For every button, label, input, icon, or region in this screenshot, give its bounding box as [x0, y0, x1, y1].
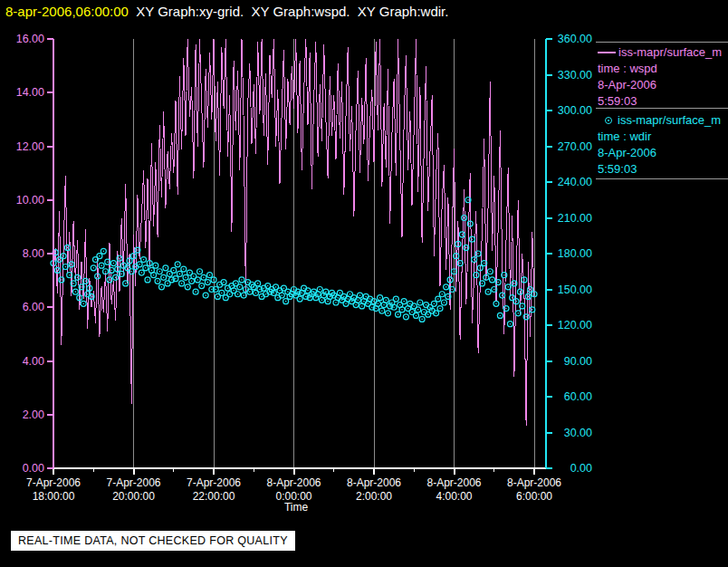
wdir-point-dot	[469, 223, 471, 225]
wdir-point-dot	[523, 279, 525, 281]
wdir-point-dot	[353, 297, 355, 299]
wdir-point-dot	[259, 289, 261, 291]
wdir-point-dot	[309, 297, 311, 299]
wdir-point-dot	[305, 296, 307, 298]
wdir-point-dot	[383, 304, 385, 306]
wdir-point-dot	[255, 293, 257, 294]
wdir-point-dot	[323, 294, 325, 296]
legend-entry-wspd-name[interactable]: iss-mapr/surface_m	[598, 45, 728, 59]
wdir-point-dot	[462, 234, 464, 235]
wdir-point-dot	[187, 286, 188, 288]
wdir-point-dot	[257, 283, 259, 284]
wdir-point-dot	[281, 294, 283, 296]
wdir-point-dot	[399, 304, 401, 306]
wdir-point-dot	[72, 283, 74, 284]
right-axis-tick-label: 0.00	[570, 462, 592, 475]
legend-entry-wspd-date: 8-Apr-2006	[598, 78, 728, 91]
wdir-point-dot	[139, 264, 140, 265]
wdir-point-dot	[507, 286, 509, 288]
wdir-point-dot	[135, 266, 137, 268]
wdir-point-dot	[57, 270, 59, 272]
x-tick-time-label: 20:00:00	[112, 490, 155, 503]
legend-entry-wdir-name[interactable]: iss-mapr/surface_m	[598, 113, 728, 127]
wdir-point-dot	[454, 271, 455, 273]
wdir-point-dot	[361, 305, 363, 307]
wdir-point-dot	[474, 259, 475, 261]
wdir-point-dot	[467, 199, 469, 201]
wdir-point-dot	[347, 298, 349, 300]
legend-panel: iss-mapr/surface_m time : wspd 8-Apr-200…	[596, 36, 728, 183]
left-axis-tick-label: 10.00	[16, 194, 44, 207]
wdir-point-dot	[75, 291, 77, 293]
legend-entry-wdir-clock: 5:59:03	[598, 162, 728, 176]
wdir-point-dot	[263, 287, 265, 289]
right-axis-tick-label: 240.00	[558, 176, 592, 188]
wdir-point-dot	[62, 255, 64, 257]
wdir-point-dot	[512, 297, 513, 299]
wdir-point-dot	[485, 277, 487, 279]
wdir-point-dot	[253, 286, 254, 288]
wdir-point-dot	[451, 289, 453, 291]
wdir-point-dot	[500, 315, 502, 317]
wdir-point-dot	[495, 303, 497, 305]
wdir-point-dot	[87, 293, 89, 295]
wdir-point-dot	[434, 303, 436, 305]
wdir-point-dot	[513, 283, 515, 284]
wdir-point-dot	[137, 249, 139, 251]
wdir-point-dot	[373, 301, 375, 303]
wdir-point-dot	[197, 279, 199, 281]
x-tick-date-label: 8-Apr-2006	[426, 476, 481, 489]
legend-entry-wspd-clock: 5:59:03	[598, 94, 728, 108]
wdir-point-dot	[417, 309, 419, 311]
wdir-point-dot	[479, 267, 481, 269]
left-axis-tick-label: 6.00	[23, 301, 44, 313]
wdir-point-dot	[340, 293, 341, 294]
wdir-point-dot	[528, 296, 530, 298]
wdir-point-dot	[299, 298, 301, 300]
wdir-point-dot	[315, 297, 317, 299]
x-tick-time-label: 22:00:00	[193, 490, 235, 503]
x-axis-title: Time	[284, 501, 309, 514]
right-axis-tick-label: 120.00	[558, 319, 592, 332]
wdir-point-dot	[505, 308, 507, 310]
wdir-point-dot	[472, 238, 474, 240]
wdir-point-dot	[363, 301, 365, 303]
wdir-point-dot	[295, 294, 297, 296]
x-tick-date-label: 8-Apr-2006	[507, 476, 561, 489]
wdir-point-dot	[411, 312, 413, 313]
wdir-point-dot	[403, 301, 405, 303]
right-axis-tick-label: 300.00	[558, 104, 592, 117]
wdir-point-dot	[358, 300, 359, 302]
wdir-point-dot	[291, 293, 292, 295]
wdir-point-dot	[107, 261, 109, 263]
wdir-point-dot	[369, 298, 371, 300]
x-tick-date-label: 7-Apr-2006	[26, 476, 81, 489]
left-axis-tick-label: 2.00	[23, 408, 44, 421]
wdir-point-dot	[437, 298, 439, 300]
right-axis-tick-label: 210.00	[558, 212, 592, 225]
wdir-point-dot	[141, 272, 143, 274]
wdir-point-dot	[120, 274, 122, 275]
wdir-point-dot	[391, 302, 393, 303]
wdir-point-dot	[167, 283, 168, 284]
wdir-point-dot	[457, 244, 459, 245]
wdir-point-dot	[375, 308, 377, 310]
wdir-point-dot	[285, 301, 287, 303]
wdir-point-dot	[335, 302, 337, 303]
circle-marker-icon	[605, 117, 612, 124]
wdir-point-dot	[493, 289, 495, 291]
wdir-point-dot	[92, 267, 94, 269]
wdir-point-dot	[532, 309, 533, 311]
xy-graph-window: 8-apr-2006,06:00:00 XY Graph:xy-grid. XY…	[0, 0, 728, 567]
wdir-point-dot	[54, 252, 56, 254]
right-axis-tick-label: 330.00	[558, 69, 592, 82]
wdir-point-dot	[424, 312, 426, 313]
wdir-point-dot	[533, 293, 535, 295]
wdir-point-dot	[303, 287, 305, 289]
wdir-point-dot	[231, 285, 233, 287]
wdir-point-dot	[409, 303, 411, 305]
wdir-point-dot	[209, 274, 211, 276]
wdir-point-dot	[343, 296, 345, 298]
wdir-point-dot	[287, 291, 289, 293]
wdir-point-dot	[207, 282, 209, 284]
